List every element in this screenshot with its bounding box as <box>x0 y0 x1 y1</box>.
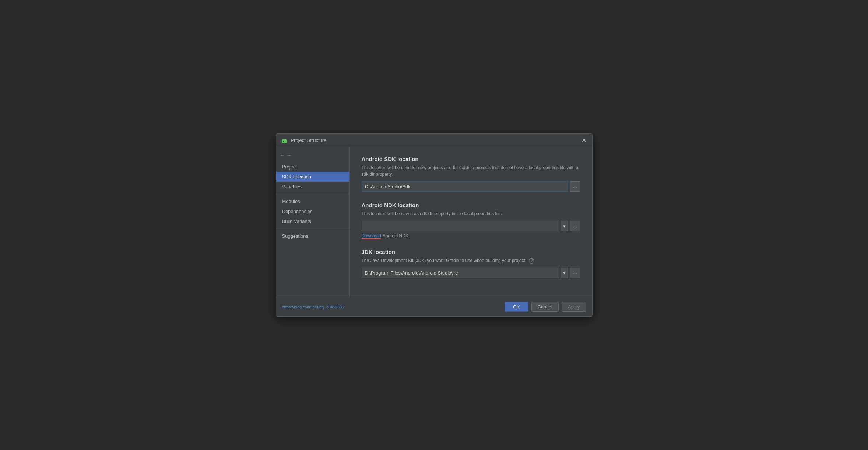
sidebar: ← → Project SDK Location Variables Modul… <box>276 147 350 297</box>
ndk-browse-button[interactable]: ... <box>570 221 580 231</box>
sidebar-item-dependencies[interactable]: Dependencies <box>276 206 349 216</box>
jdk-input-row: D:\Program Files\Android\Android Studio\… <box>362 268 580 278</box>
sdk-browse-button[interactable]: ... <box>570 181 580 192</box>
titlebar-left: Project Structure <box>281 137 327 144</box>
sidebar-item-suggestions[interactable]: Suggestions <box>276 231 349 241</box>
chevron-down-icon: ▾ <box>563 223 566 229</box>
jdk-section: JDK location The Java Development Kit (J… <box>362 249 580 278</box>
cancel-button[interactable]: Cancel <box>531 302 559 312</box>
jdk-browse-button[interactable]: ... <box>570 268 580 278</box>
sidebar-item-sdk-location[interactable]: SDK Location <box>276 172 349 182</box>
window-body: ← → Project SDK Location Variables Modul… <box>276 147 592 297</box>
sidebar-item-build-variants[interactable]: Build Variants <box>276 216 349 226</box>
sdk-section: Android SDK location This location will … <box>362 156 580 192</box>
apply-button[interactable]: Apply <box>562 302 586 312</box>
svg-rect-1 <box>282 141 287 143</box>
chevron-down-icon: ▾ <box>563 270 566 276</box>
sidebar-item-project[interactable]: Project <box>276 162 349 172</box>
ok-button[interactable]: OK <box>505 302 528 312</box>
jdk-section-desc: The Java Development Kit (JDK) you want … <box>362 257 580 264</box>
ndk-dropdown-button[interactable]: ▾ <box>561 221 568 231</box>
svg-point-2 <box>283 141 284 142</box>
ndk-download-text: Android NDK. <box>383 233 410 238</box>
sidebar-divider-2 <box>276 229 349 229</box>
android-logo-icon <box>281 137 288 144</box>
sidebar-item-variables[interactable]: Variables <box>276 182 349 192</box>
ndk-location-input[interactable] <box>362 221 560 231</box>
ndk-section-title: Android NDK location <box>362 202 580 208</box>
ndk-download-link[interactable]: Download <box>362 233 381 238</box>
jdk-help-icon[interactable]: ? <box>529 258 534 264</box>
jdk-location-input[interactable]: D:\Program Files\Android\Android Studio\… <box>362 268 560 278</box>
forward-button[interactable]: → <box>287 152 292 158</box>
titlebar: Project Structure ✕ <box>276 134 592 147</box>
ndk-download-row: Download Android NDK. <box>362 233 580 238</box>
sdk-location-input[interactable] <box>362 181 569 192</box>
ndk-section-desc: This location will be saved as ndk.dir p… <box>362 210 580 217</box>
sidebar-divider-1 <box>276 194 349 194</box>
footer: https://blog.csdn.net/qq_23452385 OK Can… <box>276 297 592 316</box>
back-button[interactable]: ← <box>280 152 285 158</box>
sdk-input-row: ... <box>362 181 580 192</box>
ndk-section: Android NDK location This location will … <box>362 202 580 238</box>
ndk-input-row: ▾ ... <box>362 221 580 231</box>
sdk-section-title: Android SDK location <box>362 156 580 162</box>
nav-arrows: ← → <box>276 150 349 162</box>
close-button[interactable]: ✕ <box>580 137 588 143</box>
footer-url[interactable]: https://blog.csdn.net/qq_23452385 <box>282 305 344 309</box>
project-structure-dialog: Project Structure ✕ ← → Project SDK Loca… <box>276 133 593 317</box>
jdk-section-title: JDK location <box>362 249 580 255</box>
window-title: Project Structure <box>291 137 327 143</box>
jdk-dropdown-button[interactable]: ▾ <box>561 268 568 278</box>
sdk-section-desc: This location will be used for new proje… <box>362 164 580 178</box>
svg-point-3 <box>285 141 285 142</box>
main-content: Android SDK location This location will … <box>350 147 592 297</box>
sidebar-item-modules[interactable]: Modules <box>276 196 349 206</box>
